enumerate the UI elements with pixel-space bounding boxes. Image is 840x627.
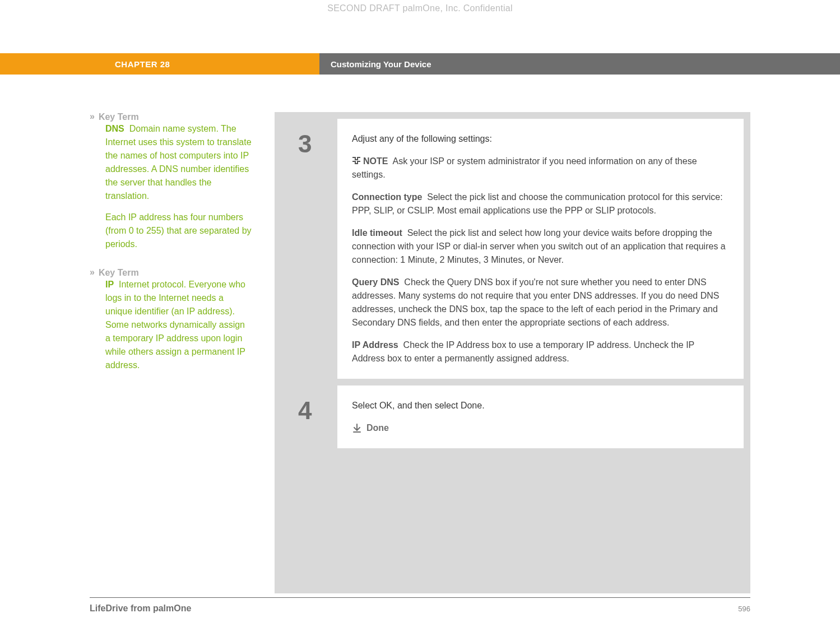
key-term-definition: Domain name system. The Internet uses th… [105,124,252,201]
key-term-name: DNS [105,124,124,133]
sidebar: » Key Term DNS Domain name system. The I… [90,112,252,593]
key-term-label: Key Term [99,268,139,278]
done-label: Done [366,421,389,435]
setting-name: Connection type [352,192,422,202]
note-icon [352,155,361,163]
chapter-number: CHAPTER 28 [115,59,170,69]
step-body: Select OK, and then select Done. Done [337,386,744,448]
chapter-header: CHAPTER 28 Customizing Your Device [0,53,840,75]
note-label: NOTE [363,156,388,166]
confidential-watermark: SECOND DRAFT palmOne, Inc. Confidential [0,3,840,13]
step-number: 3 [281,119,337,379]
chapter-badge: CHAPTER 28 [0,53,319,75]
steps-panel: 3 Adjust any of the following settings: … [275,112,750,593]
page-footer: LifeDrive from palmOne 596 [90,597,750,614]
done-arrow-icon [352,423,362,433]
chevron-right-icon: » [90,268,93,277]
setting-name: Query DNS [352,277,399,287]
key-term-block: » Key Term IP Internet protocol. Everyon… [90,268,252,372]
chevron-right-icon: » [90,112,93,121]
step-lead: Adjust any of the following settings: [352,132,729,146]
step: 4 Select OK, and then select Done. Done [281,386,744,448]
note-text: Ask your ISP or system administrator if … [352,156,697,179]
page-number: 596 [738,605,750,613]
step-lead: Select OK, and then select Done. [352,399,729,412]
setting-desc: Check the Query DNS box if you're not su… [352,277,719,327]
step-number: 4 [281,386,337,448]
key-term-definition: Internet protocol. Everyone who logs in … [105,280,245,370]
done-indicator: Done [352,421,729,435]
key-term-extra: Each IP address has four numbers (from 0… [105,211,252,251]
setting-desc: Check the IP Address box to use a tempor… [352,340,694,363]
setting-name: IP Address [352,340,398,350]
product-name: LifeDrive from palmOne [90,603,191,614]
key-term-block: » Key Term DNS Domain name system. The I… [90,112,252,251]
step: 3 Adjust any of the following settings: … [281,119,744,379]
chapter-title: Customizing Your Device [331,59,431,69]
chapter-title-bar: Customizing Your Device [319,53,840,75]
page-content: » Key Term DNS Domain name system. The I… [90,112,750,593]
setting-name: Idle timeout [352,228,402,238]
step-body: Adjust any of the following settings: NO… [337,119,744,379]
setting-desc: Select the pick list and select how long… [352,228,726,264]
key-term-label: Key Term [99,112,139,122]
key-term-name: IP [105,280,114,289]
